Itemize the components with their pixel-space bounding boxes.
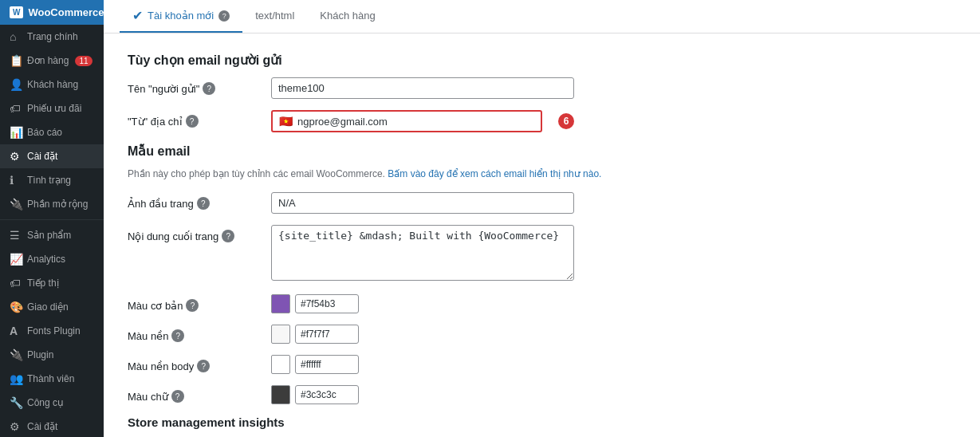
header-image-input[interactable] — [271, 192, 574, 214]
sender-name-input[interactable] — [271, 77, 574, 99]
sidebar-item-label: Phiếu ưu đãi — [27, 103, 81, 114]
from-address-help-icon[interactable]: ? — [186, 115, 199, 128]
body-bg-color-swatch[interactable] — [271, 355, 290, 374]
sidebar-item-label: Đơn hàng — [27, 55, 69, 66]
sidebar-item-trang-chinh[interactable]: ⌂ Trang chính — [0, 25, 104, 49]
sidebar-item-label: Fonts Plugin — [27, 325, 81, 337]
sidebar-item-label: Sản phẩm — [27, 230, 71, 241]
sidebar-item-tiep-thi[interactable]: 🏷 Tiếp thị — [0, 271, 104, 295]
sender-name-field — [271, 77, 574, 99]
sidebar-item-label: Báo cáo — [27, 127, 62, 138]
sidebar-item-san-pham[interactable]: ☰ Sản phẩm — [0, 223, 104, 247]
footer-text-textarea[interactable]: {site_title} &mdash; Built with {WooComm… — [271, 225, 574, 281]
sidebar-item-cai-dat-wp[interactable]: ⚙ Cài đặt — [0, 415, 104, 437]
users-icon: 👥 — [10, 372, 22, 385]
from-address-field: 🇻🇳 6 — [271, 110, 574, 132]
check-circle-icon: ✔ — [132, 8, 143, 23]
sidebar-item-label: Công cụ — [27, 397, 64, 408]
text-color-input[interactable] — [295, 385, 359, 404]
home-icon: ⌂ — [10, 30, 22, 43]
annotation-6: 6 — [558, 113, 574, 129]
tab-bar: ✔ Tài khoản mới ? text/html Khách hàng — [104, 0, 980, 33]
sidebar-item-label: Analytics — [27, 254, 65, 265]
sidebar-item-label: Thành viên — [27, 373, 74, 384]
sidebar-item-bao-cao[interactable]: 📊 Báo cáo — [0, 120, 104, 144]
settings-icon: ⚙ — [10, 150, 22, 163]
settings-content: Tùy chọn email người gửi Tên "người gửi"… — [104, 33, 980, 437]
sidebar-item-label: Tiếp thị — [27, 278, 59, 289]
analytics-icon: 📈 — [10, 253, 22, 266]
products-icon: ☰ — [10, 229, 22, 242]
sidebar-item-cai-dat[interactable]: ⚙ Cài đặt — [0, 144, 104, 168]
base-color-row: Màu cơ bản ? — [128, 294, 956, 313]
text-color-help-icon[interactable]: ? — [171, 390, 184, 403]
sidebar-item-cong-cu[interactable]: 🔧 Công cụ — [0, 391, 104, 415]
header-image-row: Ảnh đầu trang ? — [128, 192, 956, 214]
sidebar-item-label: Giao diện — [27, 301, 69, 313]
sidebar-item-giao-dien[interactable]: 🎨 Giao diện — [0, 295, 104, 319]
text-color-field — [271, 385, 574, 404]
sidebar-item-fonts-plugin[interactable]: A Fonts Plugin — [0, 319, 104, 343]
sidebar-item-plugin[interactable]: 🔌 Plugin — [0, 343, 104, 367]
sidebar-item-khach-hang[interactable]: 👤 Khách hàng — [0, 73, 104, 96]
base-color-field — [271, 294, 574, 313]
sidebar-item-thanh-vien[interactable]: 👥 Thành viên — [0, 367, 104, 391]
sidebar-item-label: Tình trạng — [27, 175, 71, 186]
woocommerce-logo-icon: W — [10, 6, 23, 18]
bg-color-help-icon[interactable]: ? — [171, 329, 184, 342]
sender-name-help-icon[interactable]: ? — [203, 82, 215, 95]
sender-options-title: Tùy chọn email người gửi — [128, 53, 956, 68]
sidebar-logo-text: WooCommerce — [28, 6, 104, 18]
from-address-label: "Từ" địa chỉ ? — [128, 110, 271, 128]
footer-text-help-icon[interactable]: ? — [222, 230, 234, 242]
extensions-icon: 🔌 — [10, 198, 22, 211]
sidebar-item-don-hang[interactable]: 📋 Đơn hàng 11 — [0, 49, 104, 73]
header-image-field — [271, 192, 574, 214]
tab-help-icon[interactable]: ? — [218, 10, 230, 22]
bg-color-swatch[interactable] — [271, 325, 290, 344]
sidebar-item-label: Phần mở rộng — [27, 199, 88, 210]
coupons-icon: 🏷 — [10, 102, 22, 115]
orders-icon: 📋 — [10, 54, 22, 67]
sender-name-label: Tên "người gửi" ? — [128, 77, 271, 95]
sender-name-row: Tên "người gửi" ? — [128, 77, 956, 99]
tab-text-html[interactable]: text/html — [242, 2, 307, 31]
sidebar-item-analytics[interactable]: 📈 Analytics — [0, 247, 104, 271]
sidebar-item-label: Trang chính — [27, 31, 78, 42]
header-image-help-icon[interactable]: ? — [197, 197, 210, 210]
text-color-label: Màu chữ ? — [128, 385, 271, 403]
footer-text-field: {site_title} &mdash; Built with {WooComm… — [271, 225, 574, 283]
body-bg-color-help-icon[interactable]: ? — [197, 360, 210, 372]
sidebar-item-phieu-uu-dai[interactable]: 🏷 Phiếu ưu đãi — [0, 96, 104, 120]
base-color-input[interactable] — [295, 294, 359, 313]
sidebar-logo[interactable]: W WooCommerce — [0, 0, 104, 25]
email-template-link[interactable]: Bấm vào đây để xem cách email hiển thị n… — [388, 168, 601, 179]
base-color-swatch[interactable] — [271, 294, 290, 313]
fonts-icon: A — [10, 325, 22, 337]
sidebar: W WooCommerce ⌂ Trang chính 📋 Đơn hàng 1… — [0, 0, 104, 437]
customers-icon: 👤 — [10, 78, 22, 91]
sidebar-item-phan-mo-rong[interactable]: 🔌 Phần mở rộng — [0, 192, 104, 216]
email-template-subtitle: Phần này cho phép bạn tùy chỉnh các emai… — [128, 168, 956, 179]
tab-tai-khoan-moi[interactable]: ✔ Tài khoản mới ? — [120, 0, 242, 33]
appearance-icon: 🎨 — [10, 301, 22, 313]
plugin-icon: 🔌 — [10, 348, 22, 361]
tab-khach-hang[interactable]: Khách hàng — [307, 2, 388, 31]
bg-color-label: Màu nền ? — [128, 325, 271, 342]
body-bg-color-field — [271, 355, 574, 374]
main-content: ✔ Tài khoản mới ? text/html Khách hàng T… — [104, 0, 980, 437]
text-color-row: Màu chữ ? — [128, 385, 956, 404]
bg-color-row: Màu nền ? — [128, 325, 956, 344]
body-bg-color-input[interactable] — [295, 355, 359, 374]
sidebar-item-tinh-trang[interactable]: ℹ Tình trạng — [0, 168, 104, 192]
footer-text-label: Nội dung cuối trang ? — [128, 225, 271, 242]
base-color-help-icon[interactable]: ? — [186, 299, 199, 312]
status-icon: ℹ — [10, 174, 22, 187]
bg-color-input[interactable] — [295, 325, 359, 344]
from-address-input[interactable] — [297, 116, 534, 128]
footer-text-row: Nội dung cuối trang ? {site_title} &mdas… — [128, 225, 956, 283]
header-image-label: Ảnh đầu trang ? — [128, 192, 271, 210]
from-address-wrapper: 🇻🇳 — [271, 110, 542, 132]
text-color-swatch[interactable] — [271, 385, 290, 404]
wp-settings-icon: ⚙ — [10, 420, 22, 433]
